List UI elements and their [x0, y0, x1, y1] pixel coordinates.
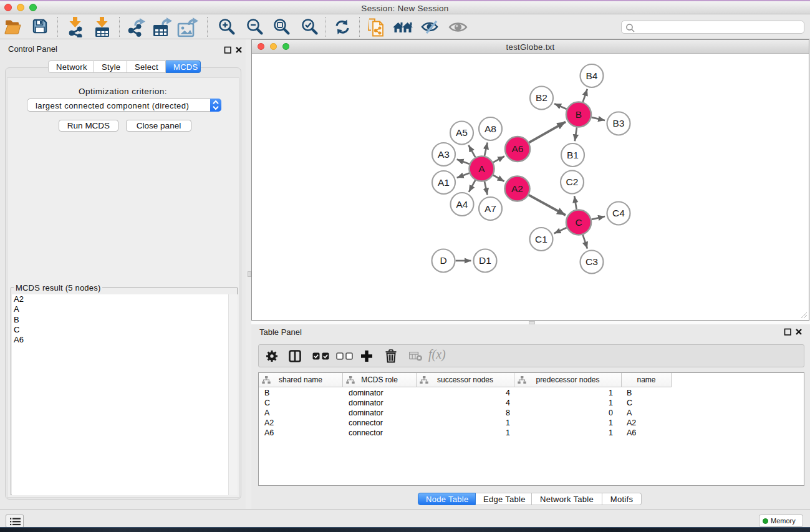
- svg-text:A: A: [478, 163, 485, 174]
- svg-text:B2: B2: [536, 92, 547, 103]
- svg-text:A4: A4: [456, 199, 468, 210]
- svg-text:D1: D1: [479, 255, 491, 266]
- svg-text:B: B: [576, 109, 582, 120]
- svg-text:C2: C2: [566, 177, 579, 187]
- svg-text:C: C: [575, 217, 582, 228]
- svg-text:A8: A8: [485, 123, 496, 134]
- svg-text:B4: B4: [586, 70, 598, 81]
- svg-text:C1: C1: [535, 234, 547, 244]
- svg-text:A7: A7: [485, 203, 496, 214]
- svg-text:A2: A2: [511, 183, 523, 194]
- svg-text:C4: C4: [612, 208, 625, 218]
- svg-text:A6: A6: [512, 143, 524, 154]
- svg-text:B3: B3: [613, 118, 625, 128]
- svg-text:A1: A1: [438, 177, 450, 188]
- svg-text:B1: B1: [567, 150, 579, 160]
- svg-text:A5: A5: [456, 127, 468, 138]
- svg-text:C3: C3: [586, 256, 598, 267]
- svg-text:A3: A3: [438, 149, 450, 160]
- svg-text:D: D: [440, 255, 446, 266]
